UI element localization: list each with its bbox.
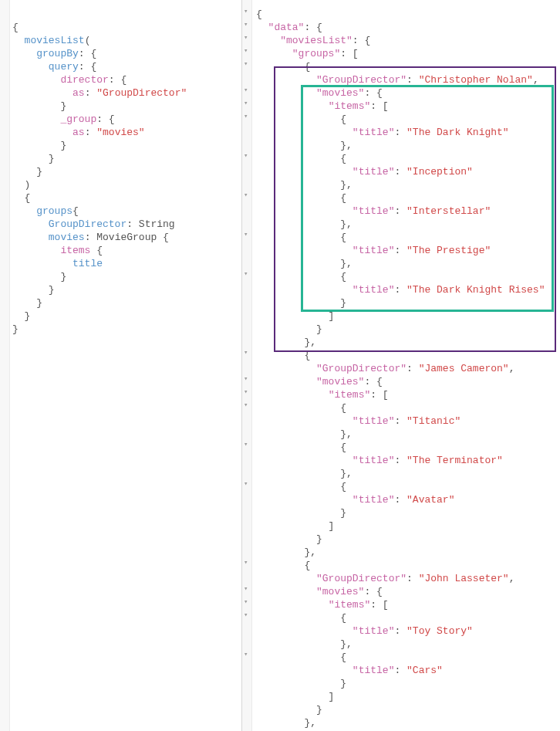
punct: : bbox=[85, 127, 97, 138]
title-value: "The Dark Knight" bbox=[407, 127, 509, 138]
brace: { bbox=[73, 205, 79, 217]
as-key-2: as bbox=[12, 127, 85, 138]
key-groupdirector: "GroupDirector" bbox=[316, 573, 407, 584]
groupBy-arg: groupBy bbox=[12, 48, 79, 59]
fold-icon[interactable]: ▾ bbox=[244, 402, 248, 409]
title-value: "The Prestige" bbox=[407, 245, 491, 256]
key-title: "title" bbox=[353, 205, 395, 217]
title-value: "Avatar" bbox=[407, 494, 454, 506]
title-field: title bbox=[12, 258, 103, 269]
key-movies: "movies" bbox=[316, 586, 364, 597]
string-type: : String bbox=[127, 218, 174, 230]
key-movies: "movies" bbox=[316, 87, 364, 99]
key-movieslist: "moviesList" bbox=[280, 35, 353, 46]
fold-icon[interactable]: ▾ bbox=[244, 612, 248, 619]
brace: { bbox=[90, 245, 103, 256]
brace: } bbox=[12, 166, 42, 178]
gutter-left bbox=[0, 0, 10, 731]
items-field: items bbox=[12, 245, 90, 256]
punct: : bbox=[85, 87, 97, 99]
director-value: "John Lasseter" bbox=[419, 573, 509, 584]
brace: } bbox=[12, 284, 55, 296]
fold-icon[interactable]: ▾ bbox=[244, 560, 248, 567]
groups-field: groups bbox=[12, 205, 73, 217]
fold-icon[interactable]: ▾ bbox=[244, 48, 248, 55]
fold-icon[interactable]: ▾ bbox=[244, 651, 248, 658]
moviegroup-type: : MovieGroup { bbox=[85, 232, 169, 243]
fold-icon[interactable]: ▾ bbox=[244, 113, 248, 120]
fold-icon[interactable]: ▾ bbox=[244, 100, 248, 107]
key-title: "title" bbox=[353, 625, 395, 637]
brace: } bbox=[12, 100, 66, 112]
key-movies: "movies" bbox=[316, 376, 364, 387]
brace: { bbox=[12, 192, 30, 204]
key-title: "title" bbox=[353, 166, 395, 178]
fold-icon[interactable]: ▾ bbox=[244, 8, 248, 15]
key-groups: "groups" bbox=[292, 48, 340, 59]
punct: : { bbox=[109, 74, 127, 86]
result-pane[interactable]: ▾ ▾ ▾ ▾ ▾ ▾ ▾ ▾ ▾ ▾ ▾ ▾ ▾ ▾ ▾ ▾ ▾ ▾ ▾ ▾ … bbox=[242, 0, 560, 731]
as-key: as bbox=[12, 87, 85, 99]
director-value: "James Cameron" bbox=[419, 363, 509, 374]
result-code[interactable]: { "data": { "moviesList": { "groups": [ … bbox=[256, 8, 545, 729]
key-data: "data" bbox=[268, 22, 305, 33]
key-groupdirector: "GroupDirector" bbox=[316, 74, 407, 86]
punct: : { bbox=[96, 113, 114, 125]
key-title: "title" bbox=[353, 415, 395, 427]
director-key: director bbox=[12, 74, 109, 86]
fold-icon[interactable]: ▾ bbox=[244, 599, 248, 606]
gd-field: GroupDirector bbox=[12, 218, 127, 230]
gutter-right: ▾ ▾ ▾ ▾ ▾ ▾ ▾ ▾ ▾ ▾ ▾ ▾ ▾ ▾ ▾ ▾ ▾ ▾ ▾ ▾ … bbox=[242, 0, 252, 731]
title-value: "The Terminator" bbox=[407, 455, 503, 466]
title-value: "Titanic" bbox=[407, 415, 460, 427]
fold-icon[interactable]: ▾ bbox=[244, 481, 248, 488]
fold-icon[interactable]: ▾ bbox=[244, 271, 248, 278]
moviesList-call: moviesList bbox=[12, 35, 85, 46]
director-value: "Christopher Nolan" bbox=[419, 74, 533, 86]
query-code[interactable]: { moviesList( groupBy: { query: { direct… bbox=[12, 8, 187, 336]
fold-icon[interactable]: ▾ bbox=[244, 61, 248, 68]
title-value: "Interstellar" bbox=[407, 205, 491, 217]
key-items: "items" bbox=[329, 599, 371, 611]
key-title: "title" bbox=[353, 245, 395, 256]
key-title: "title" bbox=[353, 494, 395, 506]
fold-icon[interactable]: ▾ bbox=[244, 192, 248, 199]
punct: : { bbox=[79, 48, 96, 59]
fold-icon[interactable]: ▾ bbox=[244, 22, 248, 29]
title-value: "Toy Story" bbox=[407, 625, 473, 637]
title-value: "Inception" bbox=[407, 166, 473, 178]
paren-close: ) bbox=[12, 179, 30, 191]
brace: } bbox=[12, 310, 30, 322]
brace: } bbox=[12, 323, 19, 335]
fold-icon[interactable]: ▾ bbox=[244, 586, 248, 593]
movies-field: movies bbox=[12, 232, 85, 243]
brace: } bbox=[12, 297, 42, 309]
group-key: _group bbox=[12, 113, 96, 125]
fold-icon[interactable]: ▾ bbox=[244, 442, 248, 448]
fold-icon[interactable]: ▾ bbox=[244, 35, 248, 42]
key-title: "title" bbox=[353, 127, 395, 138]
brace: } bbox=[12, 153, 55, 164]
as-value: "GroupDirector" bbox=[96, 87, 187, 99]
key-title: "title" bbox=[353, 284, 395, 296]
query-pane[interactable]: { moviesList( groupBy: { query: { direct… bbox=[0, 0, 242, 731]
key-groupdirector: "GroupDirector" bbox=[316, 363, 407, 374]
title-value: "Cars" bbox=[407, 665, 443, 676]
as-value-2: "movies" bbox=[96, 127, 144, 138]
paren: ( bbox=[85, 35, 91, 46]
key-items: "items" bbox=[329, 389, 371, 401]
brace: } bbox=[12, 271, 66, 283]
fold-icon[interactable]: ▾ bbox=[244, 87, 248, 94]
query-arg: query bbox=[12, 61, 79, 73]
key-items: "items" bbox=[329, 100, 371, 112]
fold-icon[interactable]: ▾ bbox=[244, 153, 248, 160]
fold-icon[interactable]: ▾ bbox=[244, 232, 248, 239]
code-line: { bbox=[12, 22, 19, 33]
fold-icon[interactable]: ▾ bbox=[244, 389, 248, 396]
title-value: "The Dark Knight Rises" bbox=[407, 284, 545, 296]
key-title: "title" bbox=[353, 455, 395, 466]
brace: } bbox=[12, 140, 66, 151]
fold-icon[interactable]: ▾ bbox=[244, 376, 248, 383]
fold-icon[interactable]: ▾ bbox=[244, 350, 248, 357]
split-editor: { moviesList( groupBy: { query: { direct… bbox=[0, 0, 560, 731]
